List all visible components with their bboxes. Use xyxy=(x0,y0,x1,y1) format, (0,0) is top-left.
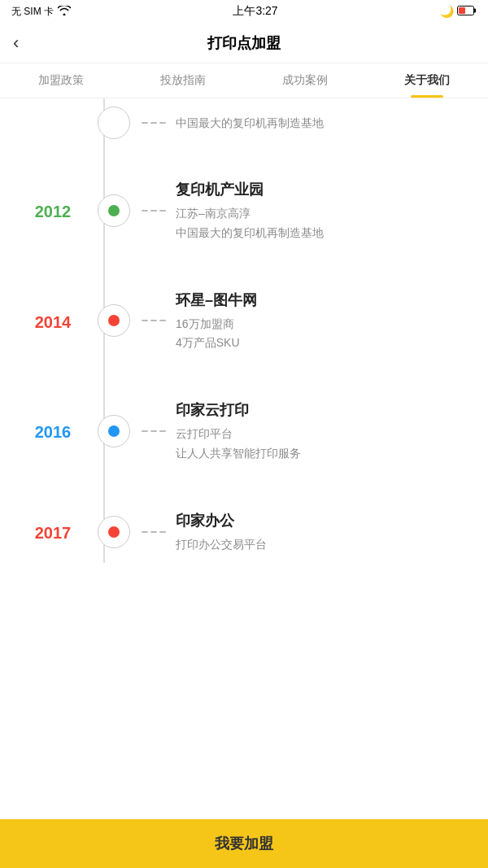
fade-subtitle: 中国最大的复印机再制造基地 xyxy=(176,114,472,133)
tab-about[interactable]: 关于我们 xyxy=(366,63,488,98)
title-2016: 印家云打印 xyxy=(176,400,472,420)
moon-icon: 🌙 xyxy=(440,5,454,18)
fade-outer-circle xyxy=(98,107,130,139)
timeline-row-2014: 2014 环星–图牛网 16万加盟商 4万产品SKU xyxy=(16,266,472,377)
inner-dot-2017 xyxy=(108,526,120,538)
sub-2012-1: 江苏–南京高淳 xyxy=(176,204,472,224)
circle-col-2016 xyxy=(89,415,138,447)
tab-bar: 加盟政策 投放指南 成功案例 关于我们 xyxy=(0,63,488,98)
sub-2012-2: 中国最大的复印机再制造基地 xyxy=(176,224,472,243)
year-2014: 2014 xyxy=(16,310,89,332)
inner-dot-2012 xyxy=(108,205,120,216)
timeline-row-2016: 2016 印家云打印 云打印平台 让人人共享智能打印服务 xyxy=(16,376,472,486)
sub-2016-2: 让人人共享智能打印服务 xyxy=(176,444,472,464)
cta-label: 我要加盟 xyxy=(215,834,273,853)
content-2012: 复印机产业园 江苏–南京高淳 中国最大的复印机再制造基地 xyxy=(166,178,472,243)
circle-col-2014 xyxy=(89,304,138,337)
title-2017: 印家办公 xyxy=(176,511,472,530)
outer-circle-2012 xyxy=(98,194,130,227)
timeline-container: 中国最大的复印机再制造基地 2012 复印机产业园 江苏–南京高淳 中国最大的复… xyxy=(0,98,488,819)
header: ‹ 打印点加盟 xyxy=(0,23,488,63)
timeline-fade-row: 中国最大的复印机再制造基地 xyxy=(16,98,472,155)
sub-2016-1: 云打印平台 xyxy=(176,425,472,444)
back-button[interactable]: ‹ xyxy=(13,33,19,54)
sub-2017-1: 打印办公交易平台 xyxy=(176,535,472,555)
year-2012: 2012 xyxy=(16,199,89,221)
wifi-icon xyxy=(58,6,71,18)
dashes-2017 xyxy=(138,531,166,533)
fade-circle-col xyxy=(89,107,138,139)
timeline-row-2017: 2017 印家办公 打印办公交易平台 xyxy=(16,486,472,563)
year-2016: 2016 xyxy=(16,420,89,442)
sim-label: 无 SIM 卡 xyxy=(11,5,54,19)
inner-dot-2014 xyxy=(108,315,120,326)
timeline-wrapper: 中国最大的复印机再制造基地 2012 复印机产业园 江苏–南京高淳 中国最大的复… xyxy=(0,98,488,563)
circle-col-2017 xyxy=(89,516,138,548)
outer-circle-2017 xyxy=(98,516,130,548)
dashes-2014 xyxy=(138,320,166,321)
dashes-2012 xyxy=(138,210,166,212)
page-title: 打印点加盟 xyxy=(207,33,281,53)
sub-2014-1: 16万加盟商 xyxy=(176,315,472,334)
battery-icon xyxy=(457,6,477,18)
tab-guide[interactable]: 投放指南 xyxy=(122,63,244,98)
outer-circle-2016 xyxy=(98,415,130,447)
content-2014: 环星–图牛网 16万加盟商 4万产品SKU xyxy=(166,289,472,354)
outer-circle-2014 xyxy=(98,304,130,337)
sub-2014-2: 4万产品SKU xyxy=(176,334,472,353)
inner-dot-2016 xyxy=(108,425,120,437)
title-2014: 环星–图牛网 xyxy=(176,290,472,310)
status-bar: 无 SIM 卡 上午3:27 🌙 xyxy=(0,0,488,23)
cta-bar[interactable]: 我要加盟 xyxy=(0,819,488,868)
content-2016: 印家云打印 云打印平台 让人人共享智能打印服务 xyxy=(166,399,472,464)
dashes-2016 xyxy=(138,430,166,432)
status-right: 🌙 xyxy=(440,5,477,18)
timeline-row-2012: 2012 复印机产业园 江苏–南京高淳 中国最大的复印机再制造基地 xyxy=(16,155,472,266)
tab-policy[interactable]: 加盟政策 xyxy=(0,63,122,98)
circle-col-2012 xyxy=(89,194,138,227)
tab-cases[interactable]: 成功案例 xyxy=(244,63,366,98)
year-2017: 2017 xyxy=(16,521,89,543)
title-2012: 复印机产业园 xyxy=(176,180,472,199)
svg-rect-1 xyxy=(473,8,476,12)
fade-dashes xyxy=(138,122,166,124)
status-left: 无 SIM 卡 xyxy=(11,5,71,19)
fade-content: 中国最大的复印机再制造基地 xyxy=(166,112,472,133)
status-time: 上午3:27 xyxy=(233,4,277,19)
content-2017: 印家办公 打印办公交易平台 xyxy=(166,509,472,555)
svg-rect-2 xyxy=(459,7,465,14)
